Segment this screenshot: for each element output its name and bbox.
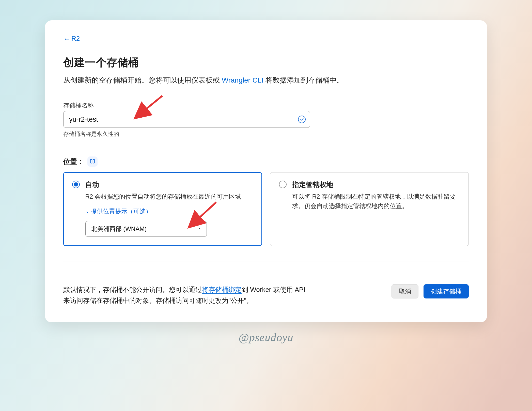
footer-line2: 来访问存储在存储桶中的对象。存储桶访问可随时更改为"公开"。 [63,295,305,306]
footer-actions: 取消 创建存储桶 [392,284,469,298]
create-button[interactable]: 创建存储桶 [424,284,469,298]
location-label: 位置： [63,157,84,166]
cancel-button[interactable]: 取消 [392,284,418,298]
wrangler-cli-link[interactable]: Wrangler CLI [222,76,263,84]
option-auto-title: 自动 [85,180,253,189]
location-hint-toggle[interactable]: ⌄ 提供位置提示（可选） [85,207,152,215]
bucket-name-helper: 存储桶名称是永久性的 [63,130,469,138]
footer: 默认情况下，存储桶不能公开访问。您可以通过将存储桶绑定到 Worker 或使用 … [63,284,469,306]
radio-icon [279,181,287,188]
footer-mid: 到 Worker 或使用 API [242,286,305,293]
arrow-left-icon: ← [63,36,70,43]
divider [63,147,469,147]
option-jurisdiction-title: 指定管辖权地 [292,180,460,189]
footer-before: 默认情况下，存储桶不能公开访问。您可以通过 [63,286,202,293]
footer-text: 默认情况下，存储桶不能公开访问。您可以通过将存储桶绑定到 Worker 或使用 … [63,284,305,306]
watermark: @pseudoyu [239,331,293,344]
docs-icon[interactable] [87,156,98,167]
location-hint-select[interactable]: 北美洲西部 (WNAM) [85,221,207,237]
location-hint-value: 北美洲西部 (WNAM) [91,225,147,233]
radio-icon [72,181,80,188]
desc-before: 从创建新的空存储桶开始。您将可以使用仪表板或 [63,76,222,84]
location-options: 自动 R2 会根据您的位置自动将您的存储桶放在最近的可用区域 ⌄ 提供位置提示（… [63,172,469,246]
divider [63,261,469,261]
desc-after: 将数据添加到存储桶中。 [263,76,344,84]
create-bucket-card: ← R2 创建一个存储桶 从创建新的空存储桶开始。您将可以使用仪表板或 Wran… [45,20,487,322]
option-auto-desc: R2 会根据您的位置自动将您的存储桶放在最近的可用区域 [85,192,253,201]
location-section-header: 位置： [63,156,469,167]
location-hint-toggle-label: 提供位置提示（可选） [91,207,152,215]
page-description: 从创建新的空存储桶开始。您将可以使用仪表板或 Wrangler CLI 将数据添… [63,75,469,85]
back-link-label: R2 [71,35,80,43]
bucket-name-field: 存储桶名称 存储桶名称是永久性的 [63,101,469,138]
bucket-name-input[interactable] [63,111,310,128]
bucket-name-label: 存储桶名称 [63,101,469,109]
location-option-auto[interactable]: 自动 R2 会根据您的位置自动将您的存储桶放在最近的可用区域 ⌄ 提供位置提示（… [63,172,262,246]
location-option-jurisdiction[interactable]: 指定管辖权地 可以将 R2 存储桶限制在特定的管辖权地，以满足数据驻留要求。仍会… [270,172,469,246]
chevron-down-icon: ⌄ [85,209,89,214]
bucket-name-input-wrap [63,111,310,128]
option-jurisdiction-desc: 可以将 R2 存储桶限制在特定的管辖权地，以满足数据驻留要求。仍会自动选择指定管… [292,192,460,211]
check-circle-icon [298,116,306,123]
caret-down-icon [197,226,202,232]
page-title: 创建一个存储桶 [63,55,469,70]
location-hint-select-wrap: 北美洲西部 (WNAM) [85,221,207,237]
back-link[interactable]: ← R2 [63,35,80,43]
bind-bucket-link[interactable]: 将存储桶绑定 [202,286,242,294]
